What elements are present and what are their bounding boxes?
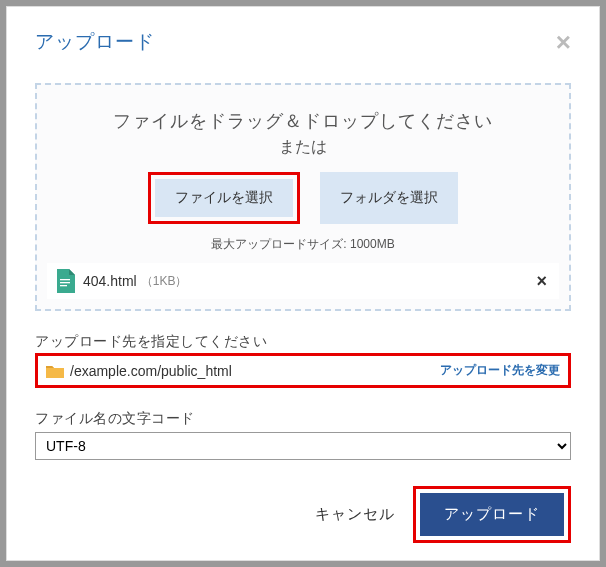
dropzone-button-row: ファイルを選択 フォルダを選択 [47, 172, 559, 224]
dropzone[interactable]: ファイルをドラッグ＆ドロップしてください または ファイルを選択 フォルダを選択… [35, 83, 571, 311]
svg-rect-0 [60, 279, 70, 280]
destination-row: /example.com/public_html アップロード先を変更 [38, 356, 568, 385]
cancel-button[interactable]: キャンセル [315, 505, 395, 524]
select-file-button[interactable]: ファイルを選択 [155, 179, 293, 217]
svg-rect-1 [60, 282, 70, 283]
highlight-destination: /example.com/public_html アップロード先を変更 [35, 353, 571, 388]
upload-button[interactable]: アップロード [420, 493, 564, 536]
modal-footer: キャンセル アップロード [35, 486, 571, 543]
file-size: （1KB） [141, 273, 188, 290]
modal-header: アップロード × [35, 29, 571, 55]
svg-rect-2 [60, 285, 67, 286]
encoding-section-label: ファイル名の文字コード [35, 410, 571, 428]
highlight-upload: アップロード [413, 486, 571, 543]
remove-file-icon[interactable]: × [532, 271, 551, 292]
destination-path: /example.com/public_html [70, 363, 232, 379]
highlight-select-file: ファイルを選択 [148, 172, 300, 224]
modal-title: アップロード [35, 29, 155, 55]
dropzone-instruction: ファイルをドラッグ＆ドロップしてください [47, 109, 559, 133]
dropzone-or-label: または [47, 137, 559, 158]
close-icon[interactable]: × [556, 29, 571, 55]
file-icon [55, 269, 75, 293]
max-upload-size-label: 最大アップロードサイズ: 1000MB [47, 236, 559, 253]
upload-modal: アップロード × ファイルをドラッグ＆ドロップしてください または ファイルを選… [6, 6, 600, 561]
file-name: 404.html [83, 273, 137, 289]
destination-section-label: アップロード先を指定してください [35, 333, 571, 351]
encoding-select[interactable]: UTF-8 [35, 432, 571, 460]
select-folder-button[interactable]: フォルダを選択 [320, 172, 458, 224]
change-destination-link[interactable]: アップロード先を変更 [440, 362, 560, 379]
folder-icon [46, 364, 64, 378]
uploaded-file-row: 404.html （1KB） × [47, 263, 559, 299]
